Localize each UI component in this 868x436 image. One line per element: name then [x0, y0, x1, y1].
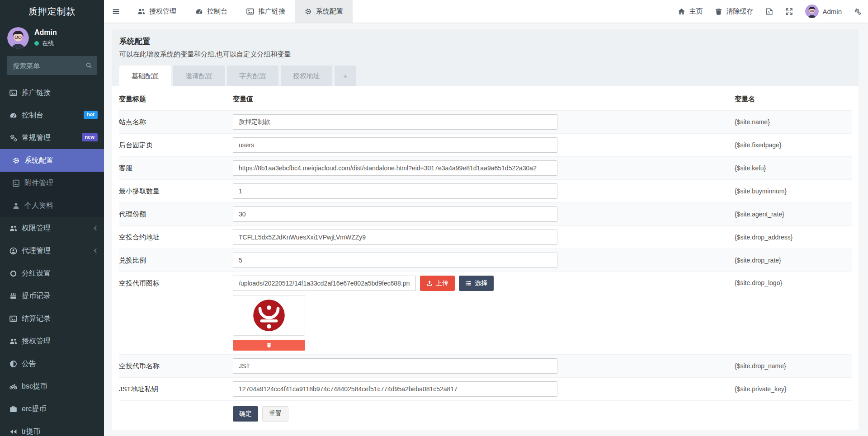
- sidebar-item-label: 个人资料: [24, 201, 53, 211]
- gear-icon: [12, 157, 20, 164]
- dashboard-icon: [9, 112, 17, 119]
- sidebar-item-permission-management[interactable]: 权限管理: [0, 217, 104, 239]
- sidebar-item-dividend-settings[interactable]: 分红设置: [0, 262, 104, 285]
- table-row-private-key: JST地址私钥 {$site.private_key}: [119, 378, 852, 401]
- row-var: {$site.drop_logo}: [735, 272, 852, 286]
- clear-cache-label: 清除缓存: [726, 7, 753, 16]
- sidebar-item-tr-withdraw[interactable]: tr提币: [0, 420, 104, 436]
- main-content: 系统配置 可以在此增改系统的变量和分组,也可以自定义分组和变量 基础配置 邀请配…: [104, 23, 868, 436]
- upload-button[interactable]: 上传: [420, 276, 455, 291]
- sidebar-item-label: 权限管理: [22, 224, 51, 233]
- online-dot: [34, 41, 39, 46]
- nav-tab-dashboard[interactable]: 控制台: [186, 0, 237, 23]
- sidebar-item-attachment-management[interactable]: 附件管理: [0, 172, 104, 194]
- sidebar-item-system-config[interactable]: 系统配置: [0, 149, 104, 172]
- private-key-input[interactable]: [233, 381, 557, 397]
- sidebar-item-label: 控制台: [22, 111, 43, 120]
- drop-rate-input[interactable]: [233, 253, 557, 268]
- search-input[interactable]: [7, 56, 97, 75]
- sidebar-item-announcement[interactable]: 公告: [0, 352, 104, 375]
- delete-image-button[interactable]: [233, 340, 305, 351]
- drop-name-input[interactable]: [233, 358, 557, 374]
- sidebar-toggle-icon[interactable]: [104, 0, 128, 23]
- drop-address-input[interactable]: [233, 230, 557, 245]
- sidebar-item-label: 常规管理: [22, 133, 51, 143]
- sidebar-item-erc-withdraw[interactable]: erc提币: [0, 398, 104, 420]
- sidebar-item-label: tr提币: [22, 427, 41, 436]
- tab-authorization-address[interactable]: 授权地址: [281, 66, 332, 86]
- image-icon: [9, 89, 17, 97]
- trash-icon: [266, 342, 272, 348]
- row-var: {$site.drop_address}: [735, 234, 852, 241]
- row-label: 代理份额: [119, 210, 233, 219]
- upload-icon: [426, 280, 433, 286]
- nav-tab-system-config[interactable]: 系统配置: [295, 0, 353, 23]
- sidebar-item-label: 系统配置: [24, 156, 53, 165]
- user-status: 在线: [34, 39, 57, 47]
- home-icon: [678, 8, 685, 15]
- choose-button[interactable]: 选择: [459, 276, 494, 291]
- row-label: 站点名称: [119, 118, 233, 127]
- user-icon: [12, 202, 20, 210]
- sidebar-item-promo-links[interactable]: 推广链接: [0, 81, 104, 104]
- sidebar-item-label: erc提币: [22, 404, 46, 414]
- users-icon: [9, 338, 17, 345]
- customer-service-input[interactable]: [233, 160, 557, 176]
- sidebar-item-label: 提币记录: [22, 291, 51, 301]
- trash-icon: [715, 8, 722, 15]
- settings-cogs-icon[interactable]: [854, 8, 862, 15]
- row-var: {$site.name}: [735, 118, 852, 126]
- sidebar-item-profile[interactable]: 个人资料: [0, 194, 104, 217]
- agent-rate-input[interactable]: [233, 206, 557, 222]
- row-var: {$site.drop_rate}: [735, 257, 852, 264]
- nav-tab-promo-links[interactable]: 推广链接: [237, 0, 295, 23]
- file-image-icon: [12, 179, 20, 187]
- token-logo-preview: [233, 295, 305, 336]
- clear-cache-link[interactable]: 清除缓存: [715, 7, 753, 16]
- row-var: {$site.buyminnum}: [735, 188, 852, 195]
- nav-tab-label: 控制台: [207, 7, 227, 16]
- drop-logo-input[interactable]: [233, 276, 416, 291]
- sidebar-item-label: 代理管理: [22, 246, 51, 256]
- sidebar-item-agent-management[interactable]: 代理管理: [0, 239, 104, 262]
- chevron-left-icon: [92, 225, 99, 231]
- language-icon[interactable]: A: [765, 8, 773, 15]
- sidebar-item-label: 分红设置: [22, 269, 51, 278]
- list-icon: [465, 280, 472, 286]
- sidebar-item-label: 公告: [22, 359, 36, 369]
- home-link[interactable]: 主页: [678, 7, 703, 16]
- fullscreen-icon[interactable]: [785, 8, 793, 15]
- sidebar-item-withdraw-records[interactable]: 提币记录: [0, 285, 104, 307]
- table-rows: 站点名称 {$site.name} 后台固定页 {$site.fixedpage…: [119, 111, 852, 401]
- reset-button[interactable]: 重置: [262, 406, 288, 422]
- table-row-min-withdraw: 最小提取数量 {$site.buyminnum}: [119, 180, 852, 203]
- sidebar-item-settlement-records[interactable]: 结算记录: [0, 307, 104, 330]
- page-title: 系统配置: [119, 36, 851, 47]
- row-label: JST地址私钥: [119, 385, 233, 394]
- table-row-customer-service: 客服 {$site.kefu}: [119, 157, 852, 180]
- table-header-row: 变量标题 变量值 变量名: [119, 88, 852, 111]
- nav-tab-authorization[interactable]: 授权管理: [128, 0, 186, 23]
- sidebar-item-bsc-withdraw[interactable]: bsc提币: [0, 375, 104, 398]
- tab-basic-config[interactable]: 基础配置: [119, 66, 171, 86]
- add-tab-button[interactable]: +: [335, 66, 356, 86]
- tab-invite-config[interactable]: 邀请配置: [173, 66, 225, 86]
- min-withdraw-input[interactable]: [233, 183, 557, 199]
- tab-dictionary-config[interactable]: 字典配置: [227, 66, 278, 86]
- sidebar-item-label: 附件管理: [24, 178, 53, 188]
- search-icon[interactable]: [85, 62, 92, 69]
- new-badge: new: [82, 133, 98, 141]
- nav-tabs: 授权管理 控制台 推广链接 系统配置: [128, 0, 353, 23]
- user-menu[interactable]: Admin: [805, 5, 842, 18]
- submit-button[interactable]: 确定: [233, 406, 258, 422]
- sidebar-item-authorization-management[interactable]: 授权管理: [0, 330, 104, 352]
- table-row-drop-rate: 兑换比例 {$site.drop_rate}: [119, 249, 852, 272]
- table-row-fixed-page: 后台固定页 {$site.fixedpage}: [119, 134, 852, 157]
- sidebar-item-dashboard[interactable]: 控制台 hot: [0, 104, 104, 127]
- table-row-drop-address: 空投合约地址 {$site.drop_address}: [119, 226, 852, 249]
- sidebar-item-label: 推广链接: [22, 88, 51, 98]
- row-label: 客服: [119, 164, 233, 173]
- sidebar-item-general-management[interactable]: 常规管理 new: [0, 127, 104, 149]
- site-name-input[interactable]: [233, 114, 557, 130]
- fixed-page-input[interactable]: [233, 137, 557, 153]
